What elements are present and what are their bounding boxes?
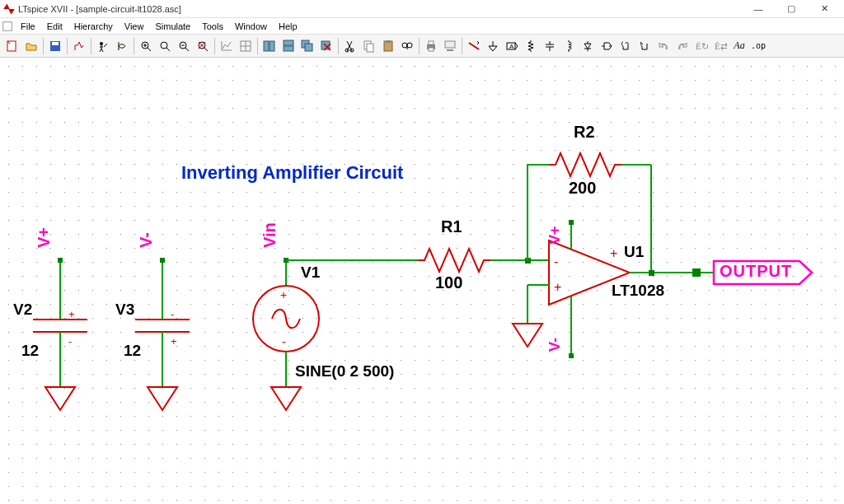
save-button[interactable]: [46, 37, 64, 55]
print-setup-button[interactable]: [441, 37, 459, 55]
print-button[interactable]: [422, 37, 440, 55]
u1-model[interactable]: LT1028: [612, 282, 664, 300]
menu-file[interactable]: File: [15, 20, 41, 33]
ground-button[interactable]: [484, 37, 502, 55]
zoom-in-button[interactable]: [137, 37, 155, 55]
output-label[interactable]: OUTPUT: [720, 262, 792, 281]
svg-text:-: -: [171, 308, 174, 320]
feedback-wire[interactable]: [528, 165, 549, 260]
toolbar-separator: [67, 38, 68, 54]
svg-text:+: +: [610, 246, 617, 260]
control-panel-button[interactable]: [70, 37, 88, 55]
v2-ref[interactable]: V2: [13, 301, 32, 319]
svg-rect-68: [569, 353, 574, 358]
pick-visible-traces-button[interactable]: [237, 37, 255, 55]
svg-text:-: -: [68, 335, 72, 348]
svg-point-23: [402, 43, 407, 48]
new-schematic-button[interactable]: [3, 37, 21, 55]
menu-hierarchy[interactable]: Hierarchy: [68, 20, 119, 33]
cut-button[interactable]: [341, 37, 359, 55]
minimize-button[interactable]: —: [742, 0, 775, 18]
move-button[interactable]: [617, 37, 635, 55]
menu-view[interactable]: View: [119, 20, 150, 33]
toolbar-separator: [43, 38, 44, 54]
wire-output[interactable]: [630, 268, 714, 277]
open-button[interactable]: [22, 37, 40, 55]
svg-rect-11: [270, 41, 274, 51]
zoom-out-button[interactable]: [175, 37, 193, 55]
toolbar-separator: [134, 38, 134, 54]
svg-rect-65: [569, 220, 574, 225]
svg-text:-: -: [554, 254, 558, 268]
zoom-fit-button[interactable]: [194, 37, 212, 55]
window-title: LTspice XVII - [sample-circuit-lt1028.as…: [18, 4, 742, 14]
svg-rect-22: [386, 40, 391, 43]
tile-windows-button[interactable]: [260, 37, 279, 55]
v2-source[interactable]: V+ + -: [33, 227, 87, 410]
v2-value[interactable]: 12: [21, 342, 39, 360]
schematic-canvas[interactable]: Inverting Amplifier Circuit V+ + - V- - …: [0, 58, 844, 504]
v1-source[interactable]: Vin + -: [253, 222, 319, 410]
svg-text:V+: V+: [35, 227, 53, 248]
svg-rect-28: [445, 41, 455, 48]
tile-horizontal-button[interactable]: [279, 37, 298, 55]
menu-edit[interactable]: Edit: [41, 20, 68, 33]
wire-button[interactable]: [465, 37, 483, 55]
cascade-windows-button[interactable]: [298, 37, 316, 55]
menu-bar: File Edit Hierarchy View Simulate Tools …: [0, 18, 844, 35]
r1-resistor[interactable]: [418, 249, 490, 272]
redo-button[interactable]: [673, 37, 692, 55]
halt-button[interactable]: [113, 37, 131, 55]
close-all-button[interactable]: [317, 37, 335, 55]
svg-point-4: [100, 42, 103, 45]
u1-ref[interactable]: U1: [624, 243, 644, 261]
svg-text:-: -: [282, 335, 286, 348]
maximize-button[interactable]: ▢: [775, 0, 808, 18]
rotate-button[interactable]: Ë↻: [692, 37, 710, 55]
svg-rect-74: [649, 270, 654, 276]
menu-simulate[interactable]: Simulate: [149, 20, 196, 33]
toolbar: A Ë↻ Ê⇄ Aa .op: [0, 35, 844, 58]
menu-window[interactable]: Window: [229, 20, 273, 33]
resistor-button[interactable]: [522, 37, 540, 55]
undo-button[interactable]: [654, 37, 673, 55]
svg-rect-35: [58, 258, 63, 263]
svg-text:Ë↻: Ë↻: [696, 41, 708, 51]
r2-value[interactable]: 200: [569, 179, 596, 198]
r2-resistor[interactable]: [549, 153, 621, 176]
svg-text:V+: V+: [546, 226, 563, 245]
title-bar: LTspice XVII - [sample-circuit-lt1028.as…: [0, 0, 844, 18]
v3-value[interactable]: 12: [124, 342, 141, 360]
component-button[interactable]: [598, 37, 616, 55]
svg-point-6: [161, 42, 167, 49]
label-net-button[interactable]: A: [503, 37, 521, 55]
inductor-button[interactable]: [560, 37, 578, 55]
text-button[interactable]: Aa: [730, 37, 748, 55]
v1-ref[interactable]: V1: [301, 264, 320, 282]
autorange-button[interactable]: [218, 37, 236, 55]
diode-button[interactable]: [579, 37, 597, 55]
svg-text:Ê⇄: Ê⇄: [715, 41, 727, 51]
wire-noninv-gnd[interactable]: [513, 285, 549, 347]
v3-ref[interactable]: V3: [115, 301, 134, 319]
v3-source[interactable]: V- - +: [135, 232, 190, 410]
pan-button[interactable]: [156, 37, 174, 55]
v1-value[interactable]: SINE(0 2 500): [295, 362, 394, 380]
circuit-title[interactable]: Inverting Amplifier Circuit: [181, 162, 403, 184]
r1-ref[interactable]: R1: [441, 217, 462, 236]
spice-directive-button[interactable]: .op: [749, 37, 767, 55]
close-button[interactable]: ✕: [808, 0, 841, 18]
toolbar-separator: [462, 38, 462, 54]
paste-button[interactable]: [379, 37, 397, 55]
svg-rect-3: [52, 42, 59, 45]
capacitor-button[interactable]: [541, 37, 559, 55]
r2-ref[interactable]: R2: [574, 123, 595, 142]
menu-tools[interactable]: Tools: [196, 20, 229, 33]
drag-button[interactable]: [635, 37, 654, 55]
copy-button[interactable]: [360, 37, 378, 55]
run-button[interactable]: [94, 37, 112, 55]
find-button[interactable]: [398, 37, 416, 55]
mirror-button[interactable]: Ê⇄: [711, 37, 729, 55]
r1-value[interactable]: 100: [435, 273, 462, 292]
menu-help[interactable]: Help: [273, 20, 303, 33]
